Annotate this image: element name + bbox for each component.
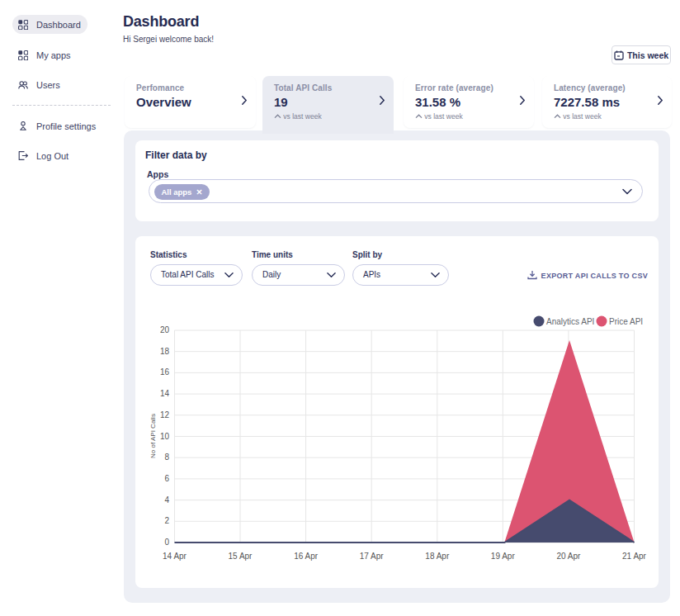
svg-text:12: 12 [160,410,170,419]
svg-text:18 Apr: 18 Apr [425,552,450,561]
svg-text:0: 0 [164,538,169,547]
svg-text:16 Apr: 16 Apr [294,552,319,561]
svg-text:14 Apr: 14 Apr [163,552,187,561]
svg-text:Analytics API: Analytics API [546,317,594,326]
svg-text:20: 20 [160,325,170,334]
svg-text:8: 8 [164,453,169,462]
svg-text:15 Apr: 15 Apr [229,552,253,561]
svg-text:No of API Calls: No of API Calls [149,414,157,458]
svg-text:18: 18 [160,347,170,356]
svg-text:10: 10 [160,432,170,441]
svg-text:19 Apr: 19 Apr [491,552,516,561]
svg-text:2: 2 [164,516,169,525]
svg-text:14: 14 [160,389,170,398]
svg-text:16: 16 [160,367,170,377]
svg-text:4: 4 [164,495,169,505]
svg-text:21 Apr: 21 Apr [622,552,647,561]
svg-text:20 Apr: 20 Apr [556,552,581,561]
svg-text:Price API: Price API [609,317,643,326]
svg-text:17 Apr: 17 Apr [360,552,385,561]
svg-text:6: 6 [164,474,169,483]
